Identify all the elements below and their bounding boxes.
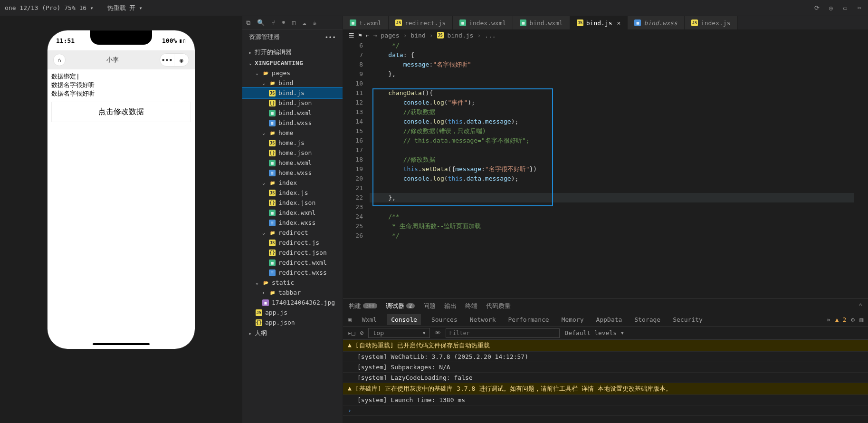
tab-code-quality[interactable]: 代码质量: [486, 302, 511, 310]
modify-data-button[interactable]: 点击修改数据: [51, 102, 191, 122]
tab-build[interactable]: 构建 300: [349, 302, 377, 310]
code-content[interactable]: */ data: { message:"名字很好听" }, changData(…: [370, 41, 854, 298]
cloud-icon[interactable]: ☁: [303, 19, 306, 26]
editor-area: ▦t.wxmlJSredirect.js▦index.wxml▦bind.wxm…: [343, 16, 868, 423]
file-app-json[interactable]: {}app.json: [242, 317, 343, 327]
file-home-json[interactable]: {}home.json: [242, 148, 343, 158]
code-editor[interactable]: 67891011121314151617181920212223242526 *…: [343, 41, 868, 298]
file-index-json[interactable]: {}index.json: [242, 198, 343, 208]
refresh-icon[interactable]: ⟳: [813, 4, 820, 12]
dock-icon[interactable]: ▥: [859, 316, 863, 323]
stop-icon[interactable]: ◎: [827, 4, 835, 12]
levels-select[interactable]: Default levels ▾: [564, 329, 624, 336]
devtab-security[interactable]: Security: [671, 316, 705, 323]
file-redirect-json[interactable]: {}redirect.json: [242, 248, 343, 258]
js-icon: JS: [437, 32, 444, 38]
minimap[interactable]: [854, 41, 868, 298]
device-icon[interactable]: ▭: [841, 4, 849, 12]
cut-icon[interactable]: ✂: [856, 4, 863, 12]
list-icon[interactable]: ☰: [349, 32, 354, 39]
file-home-wxml[interactable]: ▦home.wxml: [242, 158, 343, 168]
file-index-wxss[interactable]: ≡index.wxss: [242, 218, 343, 228]
forward-icon[interactable]: →: [373, 32, 377, 39]
project-section[interactable]: ⌄XINGFUCANTING: [242, 58, 343, 68]
file-bind-js[interactable]: JSbind.js: [242, 88, 343, 98]
device-info[interactable]: one 12/13 (Pro) 75% 16 ▾ 热重载 开 ▾: [5, 4, 143, 12]
folder-bind[interactable]: ⌄📁bind: [242, 78, 343, 88]
file-redirect-wxss[interactable]: ≡redirect.wxss: [242, 268, 343, 278]
devtab-console[interactable]: Console: [387, 314, 421, 325]
search-icon[interactable]: 🔍: [257, 19, 265, 26]
tab-bind-js[interactable]: JSbind.js×: [570, 16, 628, 29]
file-app-js[interactable]: JSapp.js: [242, 308, 343, 317]
breadcrumb[interactable]: ☰ ⚑ ← → pages› bind› JS bind.js› ...: [343, 29, 868, 41]
folder-index[interactable]: ⌄📁index: [242, 178, 343, 188]
capsule-menu[interactable]: •••◉: [160, 53, 189, 67]
file-bind-wxml[interactable]: ▦bind.wxml: [242, 108, 343, 118]
outline-section[interactable]: ▸大纲: [242, 327, 343, 339]
file-bind-json[interactable]: {}bind.json: [242, 98, 343, 108]
devtab-sources[interactable]: Sources: [429, 316, 459, 323]
devtab-wxml[interactable]: Wxml: [360, 316, 379, 323]
status-battery: 100% ▮▯: [162, 37, 186, 44]
tab-t-wxml[interactable]: ▦t.wxml: [343, 16, 389, 29]
warnings-badge[interactable]: ▲ 2: [835, 316, 846, 323]
devtab-memory[interactable]: Memory: [560, 316, 586, 323]
open-editors-section[interactable]: ▸打开的编辑器: [242, 47, 343, 58]
tab-bind-wxml[interactable]: ▦bind.wxml: [513, 16, 570, 29]
file-image[interactable]: ▣1740124064362.jpg: [242, 298, 343, 308]
log-line: [system] WeChatLib: 3.7.8 (2025.2.20 14:…: [343, 352, 868, 362]
bottom-panel: 构建 300 调试器 2 问题 输出 终端 代码质量 ⌃ ▣ Wxml Cons…: [343, 298, 868, 423]
copy-icon[interactable]: ⧉: [246, 19, 250, 27]
folder-static[interactable]: ⌄📂static: [242, 278, 343, 288]
tab-index-wxml[interactable]: ▦index.wxml: [453, 16, 513, 29]
more-icon[interactable]: •••: [325, 34, 336, 41]
phone-notch: [90, 30, 152, 45]
devtab-appdata[interactable]: AppData: [594, 316, 624, 323]
chevron-up-icon[interactable]: ⌃: [858, 302, 862, 309]
file-redirect-js[interactable]: JSredirect.js: [242, 238, 343, 248]
file-home-wxss[interactable]: ≡home.wxss: [242, 168, 343, 178]
file-index-js[interactable]: JSindex.js: [242, 188, 343, 198]
more-icon[interactable]: »: [827, 316, 830, 323]
file-home-js[interactable]: JShome.js: [242, 138, 343, 148]
file-redirect-wxml[interactable]: ▦redirect.wxml: [242, 258, 343, 268]
home-icon[interactable]: ⌂: [53, 54, 66, 66]
tab-bind-wxss[interactable]: ▦bind.wxss: [628, 16, 684, 29]
devtab-network[interactable]: Network: [468, 316, 498, 323]
tab-terminal[interactable]: 终端: [465, 302, 477, 310]
tab-output[interactable]: 输出: [444, 302, 457, 310]
play-icon[interactable]: ▸□: [348, 329, 355, 336]
eye-icon[interactable]: 👁: [435, 329, 441, 336]
console-filter: ▸□ ⊘ top▾ 👁 Default levels ▾: [343, 327, 868, 340]
back-icon[interactable]: ←: [366, 32, 370, 39]
tab-debugger[interactable]: 调试器 2: [386, 302, 415, 310]
devtab-performance[interactable]: Performance: [506, 316, 551, 323]
branch-icon[interactable]: ⑂: [271, 19, 275, 26]
explorer-iconbar: ⧉ 🔍 ⑂ ⊞ ◫ ☁ ☕: [242, 16, 343, 29]
devtab-storage[interactable]: Storage: [632, 316, 662, 323]
console-prompt[interactable]: ›: [343, 405, 868, 416]
nav-bar: ⌂ 小李 •••◉: [48, 50, 195, 69]
ext-icon[interactable]: ◫: [292, 19, 296, 26]
inspect-icon[interactable]: ▣: [348, 316, 352, 323]
console-log[interactable]: ▲[自动热重载] 已开启代码文件保存后自动热重载[system] WeChatL…: [343, 340, 868, 423]
tab-problems[interactable]: 问题: [423, 302, 436, 310]
cup-icon[interactable]: ☕: [313, 19, 316, 26]
context-select[interactable]: top▾: [368, 328, 430, 338]
clear-icon[interactable]: ⊘: [360, 329, 364, 336]
tab-redirect-js[interactable]: JSredirect.js: [389, 16, 453, 29]
gear-icon[interactable]: ⚙: [851, 316, 855, 323]
folder-home[interactable]: ⌄📁home: [242, 128, 343, 138]
tab-index-js[interactable]: JSindex.js: [685, 16, 738, 29]
close-icon[interactable]: ×: [617, 19, 621, 27]
bookmark-icon[interactable]: ⚑: [358, 32, 362, 39]
grid-icon[interactable]: ⊞: [282, 19, 286, 26]
folder-pages[interactable]: ⌄📂pages: [242, 68, 343, 78]
file-bind-wxss[interactable]: ≡bind.wxss: [242, 118, 343, 128]
devtools-tabs: ▣ Wxml Console Sources Network Performan…: [343, 313, 868, 327]
folder-redirect[interactable]: ⌄📁redirect: [242, 228, 343, 238]
filter-input[interactable]: [446, 328, 560, 338]
folder-tabbar[interactable]: ▸📁tabbar: [242, 288, 343, 298]
file-index-wxml[interactable]: ▦index.wxml: [242, 208, 343, 218]
